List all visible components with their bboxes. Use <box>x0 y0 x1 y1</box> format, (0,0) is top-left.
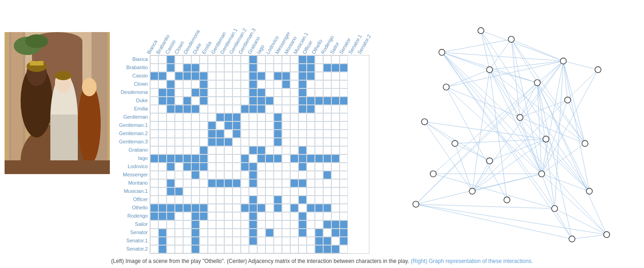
matrix-cell <box>150 154 158 163</box>
matrix-cell <box>200 229 208 237</box>
matrix-cell <box>290 72 298 80</box>
matrix-cell <box>216 171 224 179</box>
matrix-cell <box>208 212 216 220</box>
matrix-cell <box>167 187 175 196</box>
graph-edge <box>490 70 507 200</box>
matrix-cell <box>175 229 183 237</box>
graph-node[interactable] <box>422 119 428 125</box>
matrix-cell <box>208 55 216 64</box>
matrix-cell <box>331 220 340 229</box>
matrix-cell <box>340 229 348 237</box>
matrix-cell <box>191 163 200 171</box>
matrix-cell <box>158 105 167 113</box>
matrix-cell <box>274 88 282 97</box>
matrix-cell <box>208 72 216 80</box>
matrix-cell <box>158 130 167 138</box>
matrix-cell <box>175 154 183 163</box>
matrix-cell <box>298 171 307 179</box>
matrix-cell <box>183 163 191 171</box>
matrix-cell <box>150 237 158 245</box>
graph-node[interactable] <box>569 236 575 242</box>
graph-node[interactable] <box>543 136 549 142</box>
matrix-cell <box>224 130 233 138</box>
matrix-cell <box>175 80 183 88</box>
matrix-cell <box>191 196 200 204</box>
matrix-cell <box>175 97 183 105</box>
matrix-cell <box>167 113 175 121</box>
matrix-cell <box>200 113 208 121</box>
matrix-cell <box>340 130 348 138</box>
matrix-cell <box>307 97 315 105</box>
matrix-cell <box>331 187 340 196</box>
matrix-cell <box>224 179 233 187</box>
matrix-cell <box>241 138 249 146</box>
matrix-cell <box>249 245 257 253</box>
matrix-cell <box>315 245 323 253</box>
graph-node[interactable] <box>439 49 445 55</box>
matrix-cell <box>241 146 249 154</box>
matrix-cell <box>208 121 216 130</box>
graph-node[interactable] <box>508 36 514 42</box>
matrix-cell <box>340 146 348 154</box>
graph-node[interactable] <box>595 66 601 72</box>
painting-image <box>5 32 110 174</box>
matrix-cell <box>331 212 340 220</box>
matrix-cell <box>323 105 331 113</box>
matrix-cell <box>224 212 233 220</box>
graph-node[interactable] <box>487 66 492 72</box>
matrix-cell <box>340 212 348 220</box>
matrix-cell <box>175 212 183 220</box>
graph-node[interactable] <box>552 206 557 212</box>
matrix-cell <box>257 80 265 88</box>
matrix-cell <box>224 237 233 245</box>
graph-node[interactable] <box>478 27 484 33</box>
matrix-cell <box>265 138 274 146</box>
matrix-cell <box>191 237 200 245</box>
matrix-cell <box>233 237 241 245</box>
graph-node[interactable] <box>443 84 449 90</box>
matrix-cell <box>216 204 224 212</box>
graph-node[interactable] <box>487 158 492 164</box>
matrix-cell <box>331 171 340 179</box>
matrix-cell <box>233 163 241 171</box>
matrix-cell <box>241 154 249 163</box>
row-label: Sailor <box>119 220 150 228</box>
matrix-cell <box>191 130 200 138</box>
graph-node[interactable] <box>534 80 540 86</box>
matrix-cell <box>340 204 348 212</box>
matrix-cell <box>298 130 307 138</box>
matrix-cell <box>208 113 216 121</box>
graph-node[interactable] <box>582 141 588 147</box>
matrix-cell <box>158 237 167 245</box>
matrix-cell <box>241 220 249 229</box>
matrix-cell <box>249 187 257 196</box>
matrix-cell <box>298 113 307 121</box>
graph-node[interactable] <box>586 188 592 194</box>
graph-node[interactable] <box>560 58 566 64</box>
matrix-cell <box>191 80 200 88</box>
matrix-cell <box>216 113 224 121</box>
matrix-cell <box>315 113 323 121</box>
graph-node[interactable] <box>452 141 458 147</box>
matrix-cell <box>216 187 224 196</box>
graph-section <box>383 5 639 252</box>
caption-left-label: (Left) Image of a scene from the play "O… <box>111 258 411 264</box>
graph-node[interactable] <box>604 231 610 237</box>
matrix-cell <box>183 212 191 220</box>
matrix-cell <box>331 88 340 97</box>
graph-node[interactable] <box>469 188 475 194</box>
matrix-cell <box>183 196 191 204</box>
graph-node[interactable] <box>413 201 419 207</box>
matrix-cell <box>298 72 307 80</box>
graph-node[interactable] <box>517 115 523 120</box>
matrix-cell <box>241 163 249 171</box>
graph-node[interactable] <box>539 171 545 177</box>
graph-node[interactable] <box>504 197 510 203</box>
matrix-cell <box>216 196 224 204</box>
matrix-cell <box>224 55 233 64</box>
graph-node[interactable] <box>565 97 571 103</box>
graph-node[interactable] <box>430 171 436 177</box>
caption-right-label: (Right) Graph representation of these in… <box>411 258 533 264</box>
matrix-cell <box>216 154 224 163</box>
matrix-cell <box>216 80 224 88</box>
